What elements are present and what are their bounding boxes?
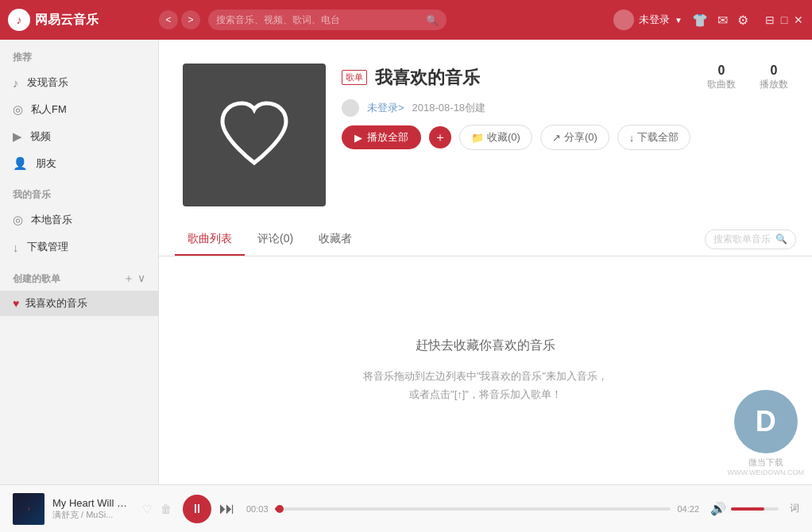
top-bar: ♪ 网易云音乐 < > 🔍 未登录 ▼ 👕 ✉ ⚙ ⊟ □ ✕ — [0, 0, 812, 40]
fm-icon: ◎ — [13, 102, 23, 117]
sidebar-item-friends[interactable]: 👤 朋友 — [0, 150, 158, 177]
play-count-label: 播放数 — [760, 78, 788, 91]
watermark-logo-text: D — [756, 405, 776, 438]
share-icon: ↗ — [552, 132, 561, 144]
window-close-button[interactable]: ✕ — [793, 14, 804, 25]
song-thumb-inner: ♪ — [13, 493, 44, 525]
progress-area: 00:03 04:22 — [246, 504, 699, 514]
download-all-icon: ↓ — [629, 132, 635, 144]
share-button[interactable]: ↗ 分享(0) — [540, 125, 609, 150]
chevron-down-icon: ▼ — [675, 16, 682, 25]
folder-icon: 📁 — [471, 132, 484, 144]
search-input[interactable] — [216, 14, 421, 25]
tab-search-bar[interactable]: 搜索歌单音乐 🔍 — [705, 229, 796, 249]
user-label: 未登录 — [639, 13, 670, 27]
watermark-brand-text: 微当下载 — [728, 457, 804, 468]
mail-icon[interactable]: ✉ — [717, 13, 728, 28]
share-label: 分享(0) — [564, 130, 597, 145]
nav-back-button[interactable]: < — [159, 10, 178, 29]
collect-label: 收藏(0) — [487, 130, 520, 145]
volume-area: 🔊 — [710, 501, 779, 516]
sidebar-item-fm[interactable]: ◎ 私人FM — [0, 96, 158, 123]
search-bar[interactable]: 🔍 — [208, 10, 447, 30]
tab-song-list-label: 歌曲列表 — [188, 232, 232, 245]
volume-icon[interactable]: 🔊 — [710, 501, 726, 516]
download-all-label: 下载全部 — [637, 130, 679, 145]
watermark-url-text: WWW.WEIDOWN.COM — [728, 468, 804, 476]
playlist-actions: ▶ 播放全部 ＋ 📁 收藏(0) ↗ 分享(0) ↓ 下载全部 — [342, 125, 788, 150]
heart-cover-svg — [215, 99, 294, 171]
delete-icon[interactable]: 🗑 — [160, 503, 172, 515]
app-name: 网易云音乐 — [35, 12, 99, 29]
playlist-badge: 歌单 — [342, 70, 367, 85]
pause-button[interactable]: ⏸ — [183, 495, 211, 523]
tab-collectors[interactable]: 收藏者 — [306, 222, 365, 256]
sidebar-item-label: 发现音乐 — [27, 75, 68, 90]
sidebar-playlist-item[interactable]: ♥ 我喜欢的音乐 — [0, 291, 158, 316]
empty-title: 赶快去收藏你喜欢的音乐 — [416, 337, 555, 354]
sidebar-item-local-music[interactable]: ◎ 本地音乐 — [0, 206, 158, 233]
window-minmax-icon[interactable]: ⊟ — [764, 14, 775, 25]
top-right-area: 未登录 ▼ 👕 ✉ ⚙ ⊟ □ ✕ — [613, 10, 804, 30]
player-bar: ♪ My Heart Will Go On 满舒克 / MuSi... ♡ 🗑 … — [0, 484, 812, 532]
song-title: My Heart Will Go On — [52, 497, 134, 509]
logo-icon: ♪ — [8, 9, 30, 31]
window-restore-icon[interactable]: □ — [779, 14, 790, 25]
play-count-value: 0 — [760, 64, 788, 78]
play-all-button[interactable]: ▶ 播放全部 — [342, 125, 421, 149]
next-button[interactable]: ⏭ — [219, 499, 235, 518]
sidebar-item-label: 视频 — [30, 129, 51, 144]
volume-fill — [731, 507, 764, 511]
play-count-stat: 0 播放数 — [760, 64, 788, 91]
recommend-section-title: 推荐 — [0, 40, 158, 69]
playlist-cover — [183, 64, 326, 206]
meta-user[interactable]: 未登录> — [367, 101, 404, 115]
tab-comments[interactable]: 评论(0) — [245, 222, 306, 256]
progress-bar[interactable] — [275, 507, 671, 511]
player-controls: ⏸ ⏭ — [183, 495, 235, 523]
empty-desc-line1: 将音乐拖动到左边列表中"我喜欢的音乐"来加入音乐， — [363, 367, 608, 385]
created-actions: ＋ ∨ — [123, 272, 145, 286]
video-icon: ▶ — [13, 129, 22, 144]
tabs-bar: 歌曲列表 评论(0) 收藏者 搜索歌单音乐 🔍 — [159, 222, 812, 256]
total-time: 04:22 — [677, 504, 699, 514]
favorite-button[interactable]: ♡ — [142, 503, 153, 515]
meta-avatar — [342, 99, 359, 117]
sidebar-item-video[interactable]: ▶ 视频 — [0, 123, 158, 150]
tab-song-list[interactable]: 歌曲列表 — [175, 222, 245, 256]
playlist-meta: 未登录> 2018-08-18创建 — [342, 99, 788, 117]
song-thumbnail: ♪ — [13, 493, 44, 525]
user-area[interactable]: 未登录 ▼ — [613, 10, 682, 30]
lyrics-button[interactable]: 词 — [790, 502, 799, 515]
playlist-header: 歌单 我喜欢的音乐 0 歌曲数 0 播放数 — [159, 40, 812, 222]
avatar — [613, 10, 634, 30]
playlist-stats: 0 歌曲数 0 播放数 — [707, 64, 788, 91]
sidebar-item-label: 本地音乐 — [31, 213, 72, 227]
play-all-label: 播放全部 — [367, 130, 408, 145]
song-info: My Heart Will Go On 满舒克 / MuSi... — [52, 497, 134, 521]
sidebar-item-download[interactable]: ↓ 下载管理 — [0, 233, 158, 260]
progress-dot — [276, 505, 284, 513]
expand-playlist-icon[interactable]: ∨ — [137, 272, 145, 286]
watermark: D 微当下载 WWW.WEIDOWN.COM — [728, 390, 804, 476]
download-all-button[interactable]: ↓ 下载全部 — [617, 125, 691, 150]
created-section-title: 创建的歌单 — [13, 272, 120, 286]
sidebar-item-discover[interactable]: ♪ 发现音乐 — [0, 69, 158, 96]
music-icon: ♪ — [13, 76, 19, 90]
song-artist: 满舒克 / MuSi... — [52, 509, 134, 521]
current-time: 00:03 — [246, 504, 269, 514]
shirt-icon[interactable]: 👕 — [692, 13, 708, 28]
playlist-title: 我喜欢的音乐 — [375, 66, 480, 90]
playlist-item-label: 我喜欢的音乐 — [25, 296, 87, 310]
add-to-playlist-button[interactable]: ＋ — [429, 126, 451, 148]
song-count-value: 0 — [707, 64, 736, 78]
nav-forward-button[interactable]: > — [181, 10, 200, 29]
watermark-logo: D — [734, 390, 798, 453]
empty-desc: 将音乐拖动到左边列表中"我喜欢的音乐"来加入音乐， 或者点击"[↑]"，将音乐加… — [363, 367, 608, 404]
volume-bar[interactable] — [731, 507, 779, 511]
settings-icon[interactable]: ⚙ — [737, 13, 748, 28]
collect-button[interactable]: 📁 收藏(0) — [459, 125, 532, 150]
main-layout: 推荐 ♪ 发现音乐 ◎ 私人FM ▶ 视频 👤 朋友 我的音乐 ◎ 本地音乐 ↓… — [0, 40, 812, 484]
add-playlist-button[interactable]: ＋ — [123, 272, 134, 286]
playlist-title-row: 歌单 我喜欢的音乐 0 歌曲数 0 播放数 — [342, 64, 788, 91]
